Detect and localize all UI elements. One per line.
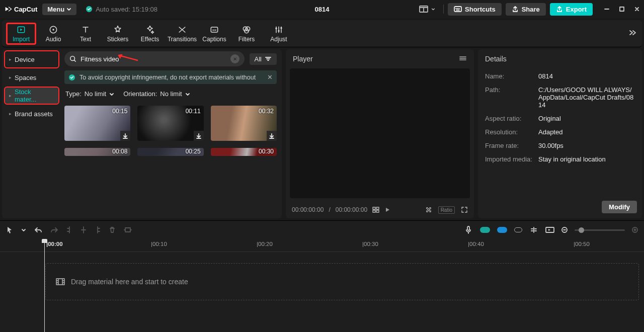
close-icon[interactable]: [634, 6, 640, 12]
svg-rect-2: [454, 7, 461, 12]
svg-rect-17: [376, 207, 379, 209]
fullscreen-icon[interactable]: [461, 206, 468, 213]
shortcuts-button[interactable]: Shortcuts: [448, 3, 502, 16]
svg-point-12: [278, 30, 279, 31]
clip-thumb[interactable]: 00:08: [64, 148, 130, 156]
keyframe-icon: [124, 227, 132, 233]
pointer-tool-icon[interactable]: [6, 226, 13, 234]
playhead[interactable]: [44, 239, 45, 332]
preview-toggle-icon[interactable]: [545, 227, 554, 233]
sidenav-spaces[interactable]: Spaces: [5, 69, 58, 86]
menu-label: Menu: [47, 6, 64, 13]
split-icon: [80, 226, 87, 234]
microphone-icon[interactable]: [465, 226, 472, 234]
filter-all-button[interactable]: All: [250, 53, 277, 65]
chevron-down-icon: [185, 92, 190, 97]
clip-thumb[interactable]: 00:25: [137, 148, 203, 156]
tab-captions[interactable]: Captions: [200, 25, 228, 43]
zoom-slider[interactable]: [575, 229, 625, 231]
ruler-tick: 00:00: [48, 241, 62, 247]
undo-icon[interactable]: [34, 226, 42, 233]
player-menu-icon[interactable]: [459, 55, 467, 63]
sidenav-brand[interactable]: Brand assets: [5, 106, 58, 122]
redo-icon[interactable]: [50, 226, 58, 233]
maximize-icon[interactable]: [619, 6, 625, 12]
svg-rect-3: [620, 7, 624, 11]
clip-thumb[interactable]: 00:30: [211, 148, 277, 156]
ruler-tick: 00:30: [364, 241, 378, 247]
app-name: CapCut: [14, 6, 37, 13]
tab-filters[interactable]: Filters: [232, 25, 261, 43]
ruler-tick: 00:10: [152, 241, 167, 247]
clip-thumb[interactable]: 00:32: [211, 106, 277, 141]
minimize-icon[interactable]: [604, 6, 610, 12]
timeline-ruler[interactable]: |00:00 |00:10 |00:20 |00:30 |00:40 |00:5…: [0, 239, 644, 252]
copyright-info-bar: To avoid copyright infringement, do not …: [64, 70, 277, 84]
timeline-dropzone[interactable]: Drag material here and start to create: [45, 263, 639, 300]
play-icon[interactable]: [384, 207, 390, 213]
tab-text-label: Text: [80, 36, 91, 43]
sidenav-device[interactable]: Device: [5, 51, 58, 67]
filter-row: Type: No limit Orientation: No limit: [64, 88, 277, 100]
zoom-out-icon[interactable]: [561, 227, 568, 233]
layout-button[interactable]: [415, 3, 439, 15]
export-button[interactable]: Export: [550, 3, 593, 16]
tab-stickers[interactable]: Stickers: [104, 25, 132, 43]
download-icon[interactable]: [120, 131, 130, 141]
type-filter[interactable]: Type: No limit: [65, 90, 114, 98]
detail-key: Path:: [485, 86, 538, 109]
align-icon[interactable]: [529, 227, 538, 233]
tab-text[interactable]: Text: [71, 25, 100, 43]
timeline-body[interactable]: |00:00 |00:10 |00:20 |00:30 |00:40 |00:5…: [0, 239, 644, 332]
modify-button[interactable]: Modify: [602, 201, 637, 213]
tab-audio-label: Audio: [46, 36, 61, 43]
detail-value: 0814: [538, 72, 635, 80]
tabs-overflow-icon[interactable]: [628, 29, 637, 38]
details-panel: Details Name:0814 Path:C:/Users/GOOD WIL…: [478, 49, 642, 218]
tool-tabs: Import Audio Text Stickers Effects Trans…: [2, 20, 642, 47]
tab-captions-label: Captions: [202, 36, 226, 43]
clip-grid: 00:15 00:11 00:32 00:08 00:25 00:30: [64, 104, 277, 156]
menu-button[interactable]: Menu: [42, 4, 76, 15]
search-input[interactable]: [80, 55, 226, 63]
share-button[interactable]: Share: [506, 3, 546, 16]
timeline-toolbar: [0, 221, 644, 239]
magnet-track-icon[interactable]: [497, 227, 507, 233]
detail-key: Name:: [485, 72, 538, 80]
download-icon[interactable]: [194, 131, 204, 141]
chevron-down-icon[interactable]: [21, 227, 26, 232]
tab-effects[interactable]: Effects: [136, 25, 164, 43]
sidenav-stock[interactable]: Stock mater...: [5, 88, 58, 104]
infobar-close-icon[interactable]: ✕: [267, 73, 273, 81]
ruler-tick: 00:50: [575, 241, 590, 247]
ratio-button[interactable]: Ratio: [438, 206, 455, 214]
tab-adjust[interactable]: Adjust: [265, 25, 293, 43]
svg-rect-21: [125, 228, 130, 232]
crop-icon[interactable]: [425, 206, 432, 213]
clip-thumb[interactable]: 00:15: [64, 106, 130, 141]
orientation-filter[interactable]: Orientation: No limit: [123, 90, 190, 98]
svg-rect-16: [373, 207, 375, 209]
grid-view-icon[interactable]: [372, 207, 379, 213]
sidenav-brand-label: Brand assets: [15, 110, 53, 118]
search-box[interactable]: ✕: [64, 51, 245, 66]
zoom-in-icon[interactable]: [632, 227, 638, 233]
app-logo: CapCut: [4, 5, 37, 13]
tab-audio[interactable]: Audio: [39, 25, 67, 43]
orient-filter-value: No limit: [160, 90, 182, 98]
clip-duration: 00:08: [112, 148, 127, 155]
tab-import[interactable]: Import: [7, 24, 35, 44]
export-label: Export: [566, 6, 587, 13]
player-viewport[interactable]: [290, 68, 470, 198]
detail-key: Aspect ratio:: [485, 115, 538, 122]
clip-duration: 00:11: [186, 108, 201, 115]
link-icon[interactable]: [514, 227, 522, 232]
magnet-main-icon[interactable]: [480, 227, 490, 233]
svg-point-13: [280, 27, 282, 29]
clip-thumb[interactable]: 00:11: [137, 106, 203, 141]
sidenav-stock-label: Stock mater...: [15, 88, 54, 103]
tab-transitions[interactable]: Transitions: [168, 25, 196, 43]
download-icon[interactable]: [267, 131, 277, 141]
clear-search-icon[interactable]: ✕: [230, 54, 239, 63]
detail-value: Adapted: [538, 128, 635, 136]
